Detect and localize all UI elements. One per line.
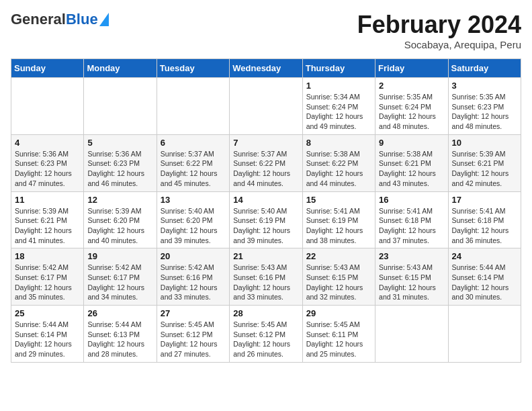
day-info: Sunrise: 5:45 AM Sunset: 6:11 PM Dayligh… <box>306 320 371 359</box>
logo-blue: Blue <box>66 11 98 28</box>
title-area: February 2024 Socabaya, Arequipa, Peru <box>357 11 521 50</box>
day-info: Sunrise: 5:39 AM Sunset: 6:21 PM Dayligh… <box>452 149 517 189</box>
day-info: Sunrise: 5:41 AM Sunset: 6:18 PM Dayligh… <box>379 206 444 246</box>
calendar-cell: 14Sunrise: 5:40 AM Sunset: 6:19 PM Dayli… <box>230 191 302 248</box>
day-number: 12 <box>87 195 152 205</box>
day-number: 20 <box>161 251 226 261</box>
day-info: Sunrise: 5:37 AM Sunset: 6:22 PM Dayligh… <box>233 149 298 189</box>
day-info: Sunrise: 5:34 AM Sunset: 6:24 PM Dayligh… <box>306 92 371 132</box>
calendar-week-row: 1Sunrise: 5:34 AM Sunset: 6:24 PM Daylig… <box>11 78 521 135</box>
day-number: 19 <box>87 251 152 261</box>
day-number: 22 <box>306 251 371 261</box>
calendar-cell <box>230 78 302 135</box>
calendar-cell: 29Sunrise: 5:45 AM Sunset: 6:11 PM Dayli… <box>302 306 375 363</box>
calendar-cell: 3Sunrise: 5:35 AM Sunset: 6:23 PM Daylig… <box>448 78 521 135</box>
calendar-cell: 26Sunrise: 5:44 AM Sunset: 6:13 PM Dayli… <box>84 306 157 363</box>
day-number: 27 <box>161 308 226 318</box>
day-number: 18 <box>15 251 80 261</box>
calendar-cell: 18Sunrise: 5:42 AM Sunset: 6:17 PM Dayli… <box>11 248 84 306</box>
month-title: February 2024 <box>357 11 521 39</box>
day-info: Sunrise: 5:44 AM Sunset: 6:14 PM Dayligh… <box>452 263 517 302</box>
location-title: Socabaya, Arequipa, Peru <box>357 39 521 50</box>
day-info: Sunrise: 5:39 AM Sunset: 6:20 PM Dayligh… <box>87 206 152 246</box>
day-info: Sunrise: 5:37 AM Sunset: 6:22 PM Dayligh… <box>161 149 226 189</box>
day-info: Sunrise: 5:41 AM Sunset: 6:19 PM Dayligh… <box>306 206 371 246</box>
header-tuesday: Tuesday <box>157 59 229 78</box>
day-number: 29 <box>306 308 371 318</box>
calendar-cell: 27Sunrise: 5:45 AM Sunset: 6:12 PM Dayli… <box>157 306 229 363</box>
calendar-cell: 12Sunrise: 5:39 AM Sunset: 6:20 PM Dayli… <box>84 191 157 248</box>
logo-general: General <box>11 11 66 28</box>
day-info: Sunrise: 5:42 AM Sunset: 6:17 PM Dayligh… <box>15 263 80 302</box>
calendar-header-row: SundayMondayTuesdayWednesdayThursdayFrid… <box>11 59 521 78</box>
calendar-cell: 28Sunrise: 5:45 AM Sunset: 6:12 PM Dayli… <box>230 306 302 363</box>
calendar-cell: 24Sunrise: 5:44 AM Sunset: 6:14 PM Dayli… <box>448 248 521 306</box>
day-info: Sunrise: 5:40 AM Sunset: 6:19 PM Dayligh… <box>233 206 298 246</box>
day-number: 15 <box>306 195 371 205</box>
day-info: Sunrise: 5:38 AM Sunset: 6:22 PM Dayligh… <box>306 149 371 189</box>
header-sunday: Sunday <box>11 59 84 78</box>
calendar-cell <box>448 306 521 363</box>
calendar-week-row: 25Sunrise: 5:44 AM Sunset: 6:14 PM Dayli… <box>11 306 521 363</box>
calendar-cell: 1Sunrise: 5:34 AM Sunset: 6:24 PM Daylig… <box>302 78 375 135</box>
day-number: 3 <box>452 81 517 91</box>
header-saturday: Saturday <box>448 59 521 78</box>
day-info: Sunrise: 5:39 AM Sunset: 6:21 PM Dayligh… <box>15 206 80 246</box>
day-info: Sunrise: 5:44 AM Sunset: 6:13 PM Dayligh… <box>87 320 152 359</box>
day-number: 26 <box>87 308 152 318</box>
calendar-cell: 25Sunrise: 5:44 AM Sunset: 6:14 PM Dayli… <box>11 306 84 363</box>
calendar-cell <box>157 78 229 135</box>
day-number: 7 <box>233 138 298 148</box>
day-info: Sunrise: 5:44 AM Sunset: 6:14 PM Dayligh… <box>15 320 80 359</box>
day-info: Sunrise: 5:43 AM Sunset: 6:15 PM Dayligh… <box>379 263 444 302</box>
logo: GeneralBlue <box>11 11 109 28</box>
day-number: 23 <box>379 251 444 261</box>
day-number: 6 <box>161 138 226 148</box>
calendar-week-row: 4Sunrise: 5:36 AM Sunset: 6:23 PM Daylig… <box>11 134 521 191</box>
day-number: 25 <box>15 308 80 318</box>
calendar-cell: 7Sunrise: 5:37 AM Sunset: 6:22 PM Daylig… <box>230 134 302 191</box>
day-number: 5 <box>87 138 152 148</box>
calendar-cell: 19Sunrise: 5:42 AM Sunset: 6:17 PM Dayli… <box>84 248 157 306</box>
day-info: Sunrise: 5:41 AM Sunset: 6:18 PM Dayligh… <box>452 206 517 246</box>
day-info: Sunrise: 5:43 AM Sunset: 6:15 PM Dayligh… <box>306 263 371 302</box>
day-number: 10 <box>452 138 517 148</box>
calendar-cell: 16Sunrise: 5:41 AM Sunset: 6:18 PM Dayli… <box>375 191 448 248</box>
day-number: 13 <box>161 195 226 205</box>
day-number: 14 <box>233 195 298 205</box>
day-number: 28 <box>233 308 298 318</box>
calendar-cell: 11Sunrise: 5:39 AM Sunset: 6:21 PM Dayli… <box>11 191 84 248</box>
calendar-cell: 15Sunrise: 5:41 AM Sunset: 6:19 PM Dayli… <box>302 191 375 248</box>
day-number: 4 <box>15 138 80 148</box>
day-number: 11 <box>15 195 80 205</box>
calendar-cell: 9Sunrise: 5:38 AM Sunset: 6:21 PM Daylig… <box>375 134 448 191</box>
day-number: 8 <box>306 138 371 148</box>
day-info: Sunrise: 5:38 AM Sunset: 6:21 PM Dayligh… <box>379 149 444 189</box>
logo-text: GeneralBlue <box>11 11 98 28</box>
calendar-cell: 10Sunrise: 5:39 AM Sunset: 6:21 PM Dayli… <box>448 134 521 191</box>
day-number: 17 <box>452 195 517 205</box>
calendar-cell: 8Sunrise: 5:38 AM Sunset: 6:22 PM Daylig… <box>302 134 375 191</box>
calendar-cell: 2Sunrise: 5:35 AM Sunset: 6:24 PM Daylig… <box>375 78 448 135</box>
calendar-week-row: 18Sunrise: 5:42 AM Sunset: 6:17 PM Dayli… <box>11 248 521 306</box>
calendar-cell: 13Sunrise: 5:40 AM Sunset: 6:20 PM Dayli… <box>157 191 229 248</box>
header-friday: Friday <box>375 59 448 78</box>
day-number: 9 <box>379 138 444 148</box>
day-info: Sunrise: 5:45 AM Sunset: 6:12 PM Dayligh… <box>161 320 226 359</box>
day-number: 24 <box>452 251 517 261</box>
calendar-cell: 20Sunrise: 5:42 AM Sunset: 6:16 PM Dayli… <box>157 248 229 306</box>
day-number: 21 <box>233 251 298 261</box>
day-info: Sunrise: 5:36 AM Sunset: 6:23 PM Dayligh… <box>87 149 152 189</box>
day-info: Sunrise: 5:35 AM Sunset: 6:24 PM Dayligh… <box>379 92 444 132</box>
day-number: 1 <box>306 81 371 91</box>
header-thursday: Thursday <box>302 59 375 78</box>
header-monday: Monday <box>84 59 157 78</box>
calendar-week-row: 11Sunrise: 5:39 AM Sunset: 6:21 PM Dayli… <box>11 191 521 248</box>
calendar-cell <box>375 306 448 363</box>
calendar-cell: 23Sunrise: 5:43 AM Sunset: 6:15 PM Dayli… <box>375 248 448 306</box>
day-number: 2 <box>379 81 444 91</box>
calendar-cell <box>84 78 157 135</box>
calendar-cell: 4Sunrise: 5:36 AM Sunset: 6:23 PM Daylig… <box>11 134 84 191</box>
logo-arrow-icon <box>99 13 109 26</box>
calendar-cell: 21Sunrise: 5:43 AM Sunset: 6:16 PM Dayli… <box>230 248 302 306</box>
